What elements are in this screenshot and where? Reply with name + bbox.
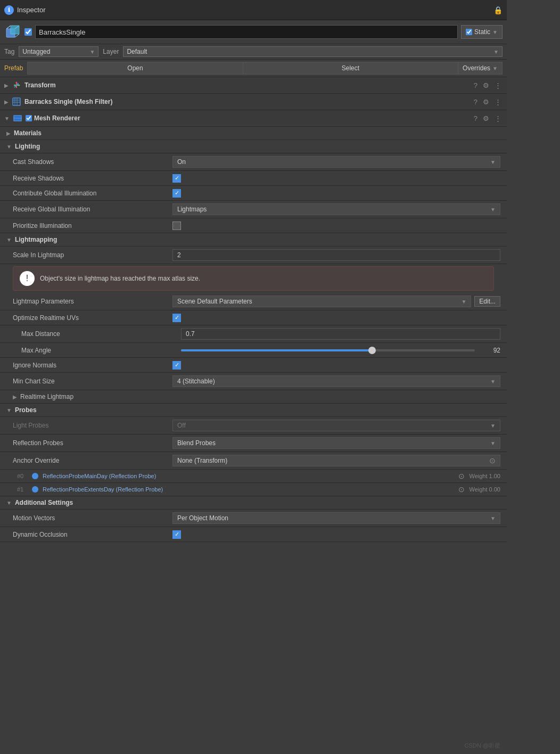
object-name-field[interactable]: BarracksSingle bbox=[35, 25, 458, 39]
cast-shadows-label: Cast Shadows bbox=[13, 158, 172, 166]
transform-expand-arrow: ▶ bbox=[4, 83, 9, 88]
contribute-gi-label: Contribute Global Illumination bbox=[13, 190, 172, 197]
additional-section-title: Additional Settings bbox=[15, 499, 73, 506]
static-button[interactable]: Static ▼ bbox=[461, 25, 503, 39]
contribute-gi-checkbox[interactable] bbox=[172, 189, 181, 198]
probe-0-name: ReflectionProbeMainDay (Reflection Probe… bbox=[43, 473, 454, 479]
cast-shadows-row: Cast Shadows On ▼ bbox=[0, 153, 507, 171]
prioritize-value bbox=[172, 222, 500, 230]
mesh-filter-settings-btn[interactable]: ⚙ bbox=[482, 98, 490, 106]
mesh-renderer-actions: ? ⚙ ⋮ bbox=[473, 114, 503, 122]
mesh-renderer-menu-btn[interactable]: ⋮ bbox=[493, 114, 503, 122]
lock-icon[interactable]: 🔒 bbox=[493, 6, 503, 14]
optimize-uvs-checkbox[interactable] bbox=[172, 314, 181, 322]
receive-gi-value: Lightmaps ▼ bbox=[172, 203, 500, 215]
receive-shadows-checkbox[interactable] bbox=[172, 174, 181, 183]
lightmap-params-value: Scene Default Parameters ▼ Edit... bbox=[172, 296, 500, 307]
header-title: Inspector bbox=[17, 6, 493, 14]
lightmap-params-arrow: ▼ bbox=[461, 299, 466, 305]
probes-section-header[interactable]: ▼ Probes bbox=[0, 404, 507, 417]
svg-marker-9 bbox=[19, 84, 20, 86]
min-chart-dropdown[interactable]: 4 (Stitchable) ▼ bbox=[172, 375, 500, 387]
mesh-renderer-help-btn[interactable]: ? bbox=[473, 114, 479, 122]
receive-gi-dropdown[interactable]: Lightmaps ▼ bbox=[172, 203, 500, 215]
materials-section-header[interactable]: ▶ Materials bbox=[0, 127, 507, 140]
dynamic-occlusion-checkbox[interactable] bbox=[172, 530, 181, 539]
contribute-gi-value bbox=[172, 189, 500, 198]
motion-vectors-dropdown[interactable]: Per Object Motion ▼ bbox=[172, 512, 500, 524]
probe-1-dot bbox=[32, 486, 38, 493]
layer-dropdown[interactable]: Default ▼ bbox=[123, 46, 503, 57]
ignore-normals-row: Ignore Normals bbox=[0, 358, 507, 373]
transform-title: Transform bbox=[24, 81, 473, 89]
svg-line-5 bbox=[6, 26, 11, 29]
mesh-renderer-component-header[interactable]: ▼ Mesh Renderer ? ⚙ ⋮ bbox=[0, 110, 507, 127]
realtime-lightmap-expand-arrow: ▶ bbox=[13, 394, 17, 400]
tag-dropdown[interactable]: Untagged ▼ bbox=[19, 46, 98, 57]
probe-1-name: ReflectionProbeExtentsDay (Reflection Pr… bbox=[43, 486, 454, 493]
transform-menu-btn[interactable]: ⋮ bbox=[493, 81, 503, 89]
probes-expand-arrow: ▼ bbox=[6, 407, 12, 413]
mesh-filter-expand-arrow: ▶ bbox=[4, 99, 9, 105]
reflection-probes-value: Blend Probes ▼ bbox=[172, 437, 500, 449]
prefab-open-button[interactable]: Open bbox=[27, 62, 242, 75]
light-probes-value: Off ▼ bbox=[172, 420, 500, 431]
scale-lightmap-value bbox=[172, 249, 500, 261]
cast-shadows-dropdown[interactable]: On ▼ bbox=[172, 156, 500, 168]
max-distance-value bbox=[181, 328, 500, 340]
reflection-probes-dropdown[interactable]: Blend Probes ▼ bbox=[172, 437, 500, 449]
object-enabled-checkbox[interactable] bbox=[24, 28, 32, 36]
mesh-filter-component-header[interactable]: ▶ Barracks Single (Mesh Filter) ? ⚙ ⋮ bbox=[0, 94, 507, 110]
prefab-select-button[interactable]: Select bbox=[243, 62, 458, 75]
lighting-section-header[interactable]: ▼ Lighting bbox=[0, 140, 507, 153]
receive-gi-label: Receive Global Illumination bbox=[13, 206, 172, 213]
static-checkbox[interactable] bbox=[466, 29, 472, 35]
max-angle-slider-track[interactable] bbox=[181, 349, 475, 351]
lightmap-params-edit-button[interactable]: Edit... bbox=[474, 296, 500, 307]
max-angle-slider-thumb[interactable] bbox=[368, 347, 376, 354]
contribute-gi-row: Contribute Global Illumination bbox=[0, 186, 507, 201]
inspector-icon: ℹ bbox=[4, 5, 14, 15]
realtime-lightmap-row[interactable]: ▶ Realtime Lightmap bbox=[0, 390, 507, 404]
light-probes-dropdown[interactable]: Off ▼ bbox=[172, 420, 500, 431]
ignore-normals-value bbox=[172, 361, 500, 370]
scale-lightmap-label: Scale In Lightmap bbox=[13, 251, 172, 259]
probe-entry-1: #1 ReflectionProbeExtentsDay (Reflection… bbox=[0, 483, 507, 496]
anchor-override-row: Anchor Override None (Transform) ⊙ bbox=[0, 452, 507, 470]
mesh-filter-menu-btn[interactable]: ⋮ bbox=[493, 98, 503, 106]
transform-help-btn[interactable]: ? bbox=[473, 81, 479, 89]
probe-0-target-icon[interactable]: ⊙ bbox=[458, 472, 465, 480]
lighting-section-title: Lighting bbox=[15, 143, 40, 150]
probe-1-weight: Weight 0.00 bbox=[469, 486, 500, 493]
probe-0-weight: Weight 1.00 bbox=[469, 473, 500, 479]
anchor-override-dropdown[interactable]: None (Transform) ⊙ bbox=[172, 455, 500, 466]
prefab-row: Prefab Open Select Overrides ▼ bbox=[0, 60, 507, 77]
cast-shadows-arrow: ▼ bbox=[490, 159, 496, 165]
max-angle-row: Max Angle 92 bbox=[0, 343, 507, 358]
ignore-normals-checkbox[interactable] bbox=[172, 361, 181, 370]
lightmap-params-dropdown[interactable]: Scene Default Parameters ▼ bbox=[172, 296, 471, 307]
header-bar: ℹ Inspector 🔒 bbox=[0, 0, 507, 20]
transform-component-header[interactable]: ▶ Transform ? ⚙ ⋮ bbox=[0, 77, 507, 94]
layer-dropdown-arrow: ▼ bbox=[493, 49, 499, 55]
optimize-uvs-label: Optimize Realtime UVs bbox=[13, 314, 172, 322]
tag-dropdown-arrow: ▼ bbox=[89, 49, 95, 55]
additional-settings-section-header[interactable]: ▼ Additional Settings bbox=[0, 496, 507, 510]
prioritize-checkbox[interactable] bbox=[172, 222, 181, 230]
transform-settings-btn[interactable]: ⚙ bbox=[482, 81, 490, 89]
anchor-override-value: None (Transform) ⊙ bbox=[172, 455, 500, 466]
mesh-filter-actions: ? ⚙ ⋮ bbox=[473, 98, 503, 106]
mesh-renderer-settings-btn[interactable]: ⚙ bbox=[482, 114, 490, 122]
prefab-overrides-dropdown[interactable]: Overrides ▼ bbox=[458, 62, 503, 75]
probe-1-target-icon[interactable]: ⊙ bbox=[458, 485, 465, 494]
receive-gi-arrow: ▼ bbox=[490, 207, 496, 212]
mesh-filter-help-btn[interactable]: ? bbox=[473, 98, 479, 106]
lightmapping-expand-arrow: ▼ bbox=[6, 237, 12, 243]
max-distance-input[interactable] bbox=[181, 328, 500, 340]
lightmapping-section-header[interactable]: ▼ Lightmapping bbox=[0, 233, 507, 247]
realtime-lightmap-label: Realtime Lightmap bbox=[20, 393, 73, 400]
scale-lightmap-input[interactable] bbox=[172, 249, 500, 261]
mesh-renderer-enabled-checkbox[interactable] bbox=[26, 115, 32, 121]
light-probes-label: Light Probes bbox=[13, 422, 172, 429]
min-chart-arrow: ▼ bbox=[490, 379, 496, 384]
